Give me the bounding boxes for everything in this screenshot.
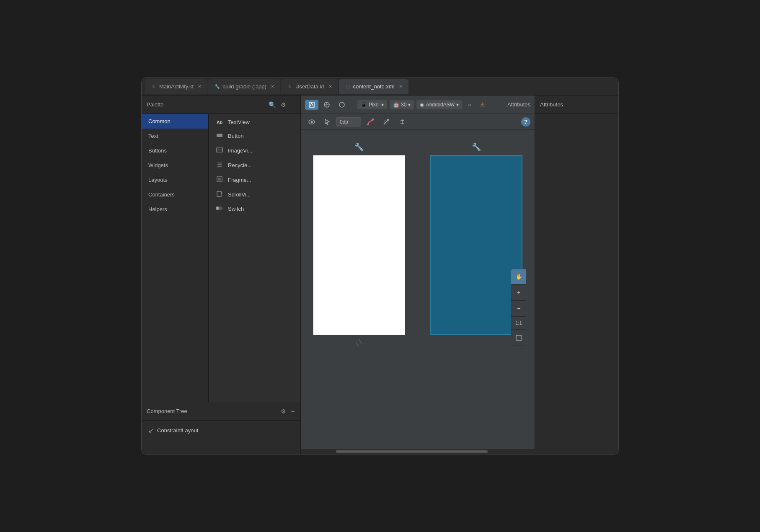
wrench-left-icon: 🔧 (354, 142, 364, 152)
path-tool-btn[interactable] (364, 117, 377, 127)
eye-btn[interactable] (305, 118, 318, 126)
theme-icon: ◉ (420, 102, 424, 108)
view-mode-group (305, 100, 349, 110)
component-tree-content: ↙ ConstraintLayout (142, 421, 300, 454)
app-window: K MainActivity.kt ✕ 🔧 build.gradle (:app… (141, 77, 619, 455)
zoom-out-btn[interactable]: − (511, 301, 526, 316)
component-tree: Component Tree ⚙ − ↙ ConstraintLayout (142, 402, 300, 454)
attributes-title: Attributes (540, 101, 563, 108)
kotlin-icon-2: K (287, 84, 293, 90)
diagonal-indicator: / / (354, 338, 364, 348)
close-tab-content-note[interactable]: ✕ (399, 84, 403, 89)
combined-view-btn[interactable] (335, 100, 349, 110)
android-icon: 🤖 (393, 102, 399, 108)
palette-item-textview[interactable]: Ab TextView (209, 116, 300, 129)
svg-point-10 (216, 207, 219, 210)
close-tab-user-data[interactable]: ✕ (328, 84, 332, 89)
attributes-label: Attributes (507, 101, 530, 108)
device-dropdown[interactable]: 📱 Pixel ▾ (357, 100, 387, 109)
category-buttons[interactable]: Buttons (142, 143, 208, 158)
design-phone-screen (313, 155, 405, 335)
device-icon: 📱 (361, 102, 367, 108)
palette-settings-icon[interactable]: ⚙ (280, 101, 287, 109)
imageview-icon (215, 147, 224, 155)
zoom-in-btn[interactable]: + (511, 285, 526, 300)
palette-header: Palette 🔍 ⚙ − (142, 96, 300, 114)
gradle-icon: 🔧 (214, 84, 220, 90)
main-area: Palette 🔍 ⚙ − Common Text (142, 96, 618, 454)
palette-item-fragment[interactable]: Fragme... (209, 173, 300, 187)
palette-item-switch[interactable]: Switch (209, 202, 300, 215)
palette-item-button[interactable]: Button (209, 129, 300, 143)
theme-dropdown[interactable]: ◉ AndroidASW ▾ (416, 100, 462, 109)
category-common[interactable]: Common (142, 114, 208, 129)
component-tree-title: Component Tree (147, 408, 280, 414)
help-btn[interactable]: ? (521, 117, 530, 127)
scrollbar-thumb[interactable] (336, 450, 488, 453)
left-panel: Palette 🔍 ⚙ − Common Text (142, 96, 301, 454)
constraint-layout-icon: ↙ (148, 426, 154, 434)
svg-rect-6 (218, 178, 221, 181)
component-tree-minimize-icon[interactable]: − (290, 407, 295, 416)
pan-tool-btn[interactable]: ✋ (511, 269, 526, 284)
fit-icon (515, 334, 522, 341)
palette-item-recyclerview[interactable]: Recycle... (209, 158, 300, 173)
tab-build-gradle[interactable]: 🔧 build.gradle (:app) ✕ (208, 79, 280, 94)
warning-btn[interactable]: ⚠ (477, 100, 489, 109)
path-icon (367, 119, 374, 125)
category-containers[interactable]: Containers (142, 187, 208, 202)
right-toolbar: ✋ + − 1:1 (511, 269, 526, 345)
scrollview-icon (215, 191, 224, 199)
blueprint-icon (323, 101, 330, 108)
blueprint-view-btn[interactable] (320, 100, 333, 110)
category-widgets[interactable]: Widgets (142, 158, 208, 173)
kotlin-icon: K (151, 84, 157, 90)
xml-icon: ⬚ (345, 84, 351, 90)
svg-rect-28 (516, 335, 521, 340)
align-btn[interactable] (396, 117, 409, 127)
tab-content-note[interactable]: ⬚ content_note.xml ✕ (339, 79, 408, 94)
close-tab-build-gradle[interactable]: ✕ (271, 84, 274, 89)
svg-point-24 (384, 121, 385, 122)
zoom-ratio-label: 1:1 (511, 317, 526, 329)
palette-item-imageview[interactable]: ImageVi... (209, 143, 300, 158)
recyclerview-icon (215, 161, 224, 169)
tab-bar: K MainActivity.kt ✕ 🔧 build.gradle (:app… (142, 78, 618, 96)
theme-label: AndroidASW (426, 102, 455, 108)
svg-rect-8 (221, 192, 222, 194)
canvas-scrollbar[interactable] (301, 449, 535, 454)
cursor-btn[interactable] (321, 117, 333, 127)
category-helpers[interactable]: Helpers (142, 202, 208, 217)
api-level-dropdown[interactable]: 🤖 30 ▾ (390, 100, 414, 109)
magic-wand-btn[interactable] (380, 117, 393, 127)
tab-label-user-data: UserData.kt (295, 83, 324, 90)
component-tree-settings-icon[interactable]: ⚙ (280, 407, 287, 416)
design-view-btn[interactable] (305, 100, 318, 110)
palette-search-icon[interactable]: 🔍 (268, 101, 277, 109)
switch-icon (215, 205, 224, 212)
tree-item-constraint-layout[interactable]: ↙ ConstraintLayout (148, 424, 294, 437)
tab-user-data[interactable]: K UserData.kt ✕ (281, 79, 338, 94)
cursor-icon (324, 119, 330, 125)
design-preview: 🔧 / / (313, 142, 405, 347)
category-layouts[interactable]: Layouts (142, 173, 208, 187)
dimension-input[interactable] (336, 117, 361, 127)
close-tab-main-activity[interactable]: ✕ (198, 84, 202, 89)
blueprint-phone-screen (430, 155, 522, 335)
palette-minimize-icon[interactable]: − (290, 101, 295, 109)
combined-icon (339, 101, 345, 108)
palette-content: Common Text Buttons Widgets Layouts (142, 114, 300, 402)
component-tree-icons: ⚙ − (280, 407, 295, 416)
category-text[interactable]: Text (142, 129, 208, 143)
palette-items: Ab TextView Button ImageVi... (209, 114, 300, 402)
more-options-btn[interactable]: » (465, 100, 474, 109)
attributes-header: Attributes (535, 96, 618, 114)
svg-point-17 (311, 121, 313, 123)
svg-point-23 (385, 120, 385, 121)
svg-rect-0 (217, 134, 222, 137)
tab-main-activity[interactable]: K MainActivity.kt ✕ (145, 79, 207, 94)
svg-point-18 (367, 124, 369, 125)
fit-screen-btn[interactable] (511, 330, 526, 345)
eye-icon (308, 119, 315, 124)
palette-item-scrollview[interactable]: ScrollVi... (209, 187, 300, 202)
